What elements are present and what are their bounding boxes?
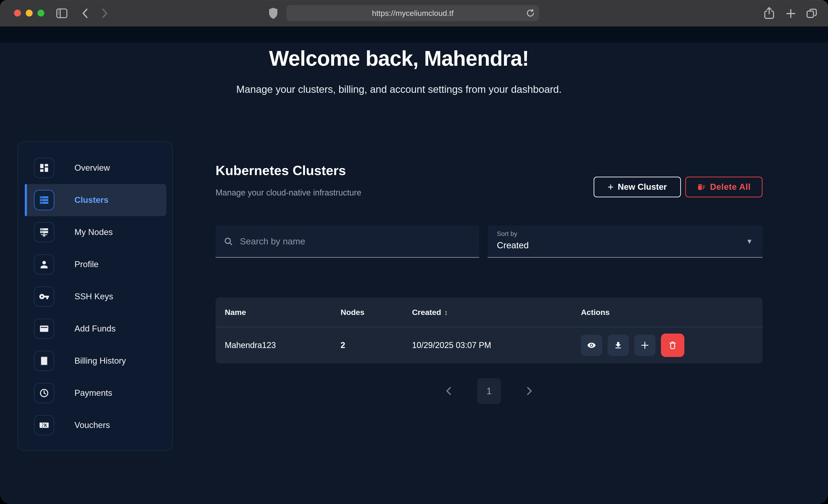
receipt-icon — [34, 351, 54, 371]
sidebar-toggle-icon — [56, 8, 68, 18]
clusters-table: Name Nodes Created↕ Actions Mahendra123 … — [215, 297, 762, 364]
table-header: Name Nodes Created↕ Actions — [215, 297, 762, 327]
sidebar-item-payments[interactable]: Payments — [25, 377, 166, 409]
clock-icon — [34, 383, 54, 403]
sidebar-item-label: Billing History — [75, 356, 126, 366]
key-icon — [34, 287, 54, 307]
search-input[interactable] — [240, 236, 471, 247]
sidebar-item-label: My Nodes — [75, 227, 113, 237]
sidebar-item-label: Clusters — [75, 195, 109, 205]
plus-icon — [640, 340, 650, 350]
new-tab-button[interactable] — [785, 8, 796, 19]
browser-toolbar: https://myceliumcloud.tf — [0, 0, 828, 27]
search-icon — [223, 237, 234, 247]
pagination-next-button[interactable] — [524, 386, 534, 396]
page-title: Welcome back, Mahendra! — [0, 48, 798, 69]
sidebar-item-my-nodes[interactable]: My Nodes — [25, 216, 166, 248]
chevron-right-icon — [101, 8, 109, 19]
sidebar: Overview Clusters My Nodes Profile — [17, 141, 173, 451]
traffic-lights — [14, 10, 44, 16]
top-nav-strip — [0, 27, 828, 43]
chevron-left-icon — [81, 8, 89, 19]
chevron-right-icon — [524, 386, 534, 396]
plus-icon — [785, 8, 796, 19]
tab-overview-button[interactable] — [806, 7, 818, 19]
forward-button[interactable] — [101, 8, 109, 19]
sidebar-item-overview[interactable]: Overview — [25, 152, 166, 184]
section-subtitle: Manage your cloud-native infrastructure — [215, 188, 361, 198]
pagination-page[interactable]: 1 — [477, 378, 501, 404]
view-cluster-button[interactable] — [581, 335, 602, 356]
column-header-created[interactable]: Created↕ — [412, 297, 448, 327]
back-button[interactable] — [81, 8, 89, 19]
reload-icon — [525, 8, 535, 18]
person-icon — [34, 254, 54, 275]
pagination: 1 — [215, 378, 762, 404]
wallet-icon — [34, 319, 54, 339]
privacy-shield-icon[interactable] — [268, 7, 278, 19]
share-button[interactable] — [763, 6, 775, 20]
column-header-name: Name — [225, 297, 246, 327]
share-icon — [763, 6, 775, 20]
server-stack-icon — [34, 190, 54, 210]
sidebar-item-ssh-keys[interactable]: SSH Keys — [25, 281, 166, 312]
sidebar-item-label: Vouchers — [75, 420, 110, 430]
minimize-window-button[interactable] — [26, 10, 33, 16]
dashboard-grid-icon — [34, 158, 54, 178]
trash-sweep-icon — [697, 183, 706, 192]
sidebar-toggle-button[interactable] — [56, 8, 68, 18]
sort-value: Created — [497, 240, 753, 250]
dashboard-page: Welcome back, Mahendra! Manage your clus… — [0, 27, 828, 504]
new-cluster-button[interactable]: + New Cluster — [593, 177, 681, 197]
plus-icon: + — [608, 181, 614, 193]
section-title: Kubernetes Clusters — [215, 163, 346, 178]
sidebar-item-label: SSH Keys — [75, 292, 113, 301]
delete-all-label: Delete All — [710, 182, 751, 192]
download-icon — [614, 341, 623, 350]
sidebar-item-billing-history[interactable]: Billing History — [25, 345, 166, 377]
page-subtitle: Manage your clusters, billing, and accou… — [0, 84, 798, 95]
address-bar-url: https://myceliumcloud.tf — [372, 9, 453, 18]
column-header-actions: Actions — [581, 297, 610, 327]
new-cluster-label: New Cluster — [618, 182, 667, 192]
trash-icon — [668, 340, 678, 350]
sort-arrows-icon: ↕ — [445, 309, 448, 316]
cell-created-date: 10/29/2025 03:07 PM — [412, 327, 491, 363]
sidebar-item-clusters[interactable]: Clusters — [25, 184, 166, 216]
column-header-nodes: Nodes — [341, 297, 365, 327]
sidebar-item-label: Payments — [75, 388, 112, 398]
download-kubeconfig-button[interactable] — [608, 335, 629, 356]
cell-nodes-count: 2 — [341, 327, 345, 363]
table-row: Mahendra123 2 10/29/2025 03:07 PM — [215, 327, 762, 363]
row-actions — [581, 334, 685, 357]
pagination-prev-button[interactable] — [444, 386, 454, 396]
delete-cluster-button[interactable] — [661, 334, 685, 357]
address-bar[interactable]: https://myceliumcloud.tf — [286, 5, 539, 21]
sidebar-item-label: Add Funds — [75, 324, 116, 334]
sidebar-item-add-funds[interactable]: Add Funds — [25, 312, 166, 345]
add-node-button[interactable] — [634, 335, 655, 356]
node-rack-icon — [34, 222, 54, 242]
sort-label: Sort by — [497, 230, 753, 238]
browser-window: https://myceliumcloud.tf — [0, 0, 828, 504]
chevron-down-icon: ▼ — [746, 238, 753, 245]
tabs-icon — [806, 7, 818, 19]
zoom-window-button[interactable] — [37, 10, 44, 16]
cell-cluster-name: Mahendra123 — [225, 327, 276, 363]
sidebar-item-profile[interactable]: Profile — [25, 248, 166, 281]
sidebar-item-label: Profile — [75, 260, 98, 269]
ticket-icon — [34, 415, 54, 435]
sort-select[interactable]: Sort by Created ▼ — [488, 225, 762, 258]
delete-all-button[interactable]: Delete All — [685, 177, 762, 197]
reload-button[interactable] — [525, 8, 535, 18]
sidebar-item-label: Overview — [75, 163, 110, 173]
search-field — [215, 225, 479, 258]
chevron-left-icon — [444, 386, 454, 396]
sidebar-item-vouchers[interactable]: Vouchers — [25, 409, 166, 441]
close-window-button[interactable] — [14, 10, 21, 16]
eye-icon — [587, 340, 596, 350]
